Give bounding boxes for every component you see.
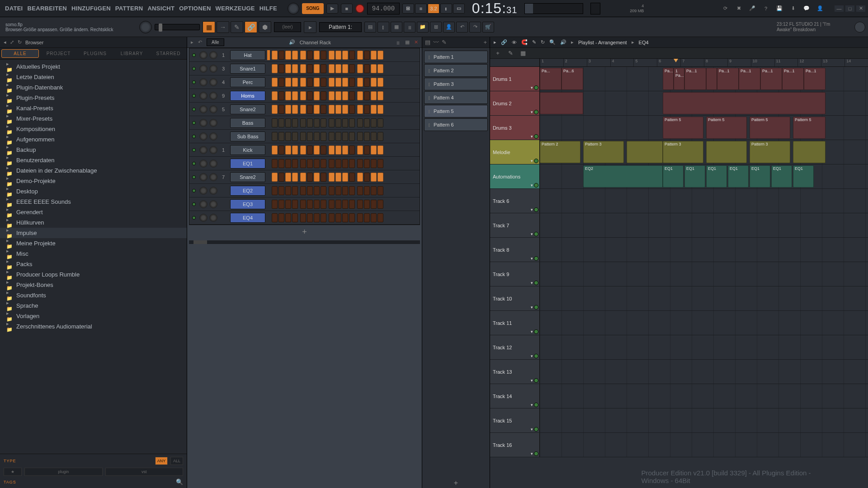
step-button[interactable]	[329, 145, 335, 155]
step-button[interactable]	[285, 64, 291, 73]
globe-icon[interactable]	[854, 22, 865, 33]
step-button[interactable]	[377, 145, 383, 155]
step-button[interactable]	[292, 105, 298, 114]
step-button[interactable]	[314, 200, 320, 209]
step-button[interactable]	[272, 78, 278, 87]
track-mute[interactable]	[534, 451, 538, 456]
step-button[interactable]	[357, 105, 363, 114]
channel-name[interactable]: Hat	[230, 50, 265, 60]
channel-name[interactable]: Perc	[230, 77, 265, 87]
step-button[interactable]	[371, 91, 377, 100]
step-button[interactable]	[272, 91, 278, 100]
view-browser[interactable]: 📁	[417, 22, 429, 33]
step-button[interactable]	[349, 51, 355, 60]
pitch-slider[interactable]	[155, 24, 200, 30]
step-button[interactable]	[285, 132, 291, 141]
step-button[interactable]	[364, 64, 370, 73]
step-button[interactable]	[285, 186, 291, 195]
track-area[interactable]	[540, 262, 868, 286]
track-area[interactable]: EQ2EQ1EQ1EQ1EQ1EQ1EQ1EQ1	[540, 164, 868, 188]
channel-pan-knob[interactable]	[199, 78, 208, 86]
step-button[interactable]	[300, 159, 306, 168]
clip[interactable]: Pattern 5	[793, 117, 826, 139]
step-button[interactable]	[292, 64, 298, 73]
pl-eye-icon[interactable]: 👁	[512, 40, 517, 45]
step-button[interactable]	[307, 213, 313, 222]
view-tempo[interactable]: 👤	[443, 22, 455, 33]
step-button[interactable]	[364, 78, 370, 87]
step-button[interactable]	[357, 213, 363, 222]
clip[interactable]: Pattern 3	[750, 141, 790, 163]
step-button[interactable]	[321, 132, 326, 141]
pattern-item[interactable]: ⫿Pattern 3	[424, 78, 488, 90]
main-volume-knob[interactable]	[288, 3, 299, 14]
browser-item[interactable]: ▸📁Kompositionen	[0, 124, 187, 134]
step-button[interactable]	[335, 200, 341, 209]
step-button[interactable]	[300, 200, 306, 209]
clip[interactable]: Pattern 5	[706, 117, 747, 139]
snap-btn-1[interactable]: ▦	[203, 21, 215, 33]
track-fold-icon[interactable]: ▾	[531, 256, 533, 261]
pattern-item[interactable]: ⫿Pattern 6	[424, 118, 488, 131]
clip[interactable]	[663, 92, 826, 114]
step-button[interactable]	[314, 213, 320, 222]
browser-item[interactable]: ▸📁Gerendert	[0, 207, 187, 217]
channel-name[interactable]: Snare2	[230, 172, 265, 182]
pattern-add-bottom[interactable]: +	[422, 478, 490, 488]
channel-name[interactable]: EQ2	[230, 186, 265, 196]
track-fold-icon[interactable]: ▾	[531, 159, 533, 163]
search-icon[interactable]: 🔍	[176, 479, 183, 485]
track-header[interactable]: Track 13▾	[490, 360, 540, 384]
clip[interactable]: Pa...1	[760, 68, 782, 90]
channel-route[interactable]: 5	[218, 107, 228, 112]
mode-btn-4[interactable]: ⫾	[440, 4, 452, 14]
channel-vol-knob[interactable]	[209, 200, 217, 208]
step-button[interactable]	[285, 78, 291, 87]
channel-pan-knob[interactable]	[199, 146, 208, 154]
step-button[interactable]	[321, 173, 326, 182]
step-button[interactable]	[357, 186, 363, 195]
track-fold-icon[interactable]: ▾	[531, 427, 533, 432]
pattern-selector[interactable]: Pattern 1:	[319, 22, 362, 32]
midi-arrow[interactable]: ▸	[304, 21, 316, 33]
track-header[interactable]: Automations▾	[490, 164, 540, 188]
channel-pan-knob[interactable]	[199, 132, 208, 141]
step-button[interactable]	[329, 159, 335, 168]
browser-item[interactable]: ▸📁Demo-Projekte	[0, 176, 187, 186]
browser-item[interactable]: ▸📁Mixer-Presets	[0, 113, 187, 124]
channel-pan-knob[interactable]	[199, 92, 208, 100]
track-area[interactable]	[540, 360, 868, 384]
step-button[interactable]	[377, 213, 383, 222]
clip[interactable]: EQ1	[663, 165, 684, 188]
step-button[interactable]	[377, 51, 383, 60]
clip[interactable]	[706, 141, 747, 163]
track-area[interactable]: Pattern 5Pattern 5Pattern 5Pattern 5	[540, 116, 868, 140]
clip[interactable]: Pa...6	[561, 68, 583, 90]
song-pat-toggle[interactable]: SONG	[302, 3, 324, 14]
browser-item[interactable]: ▸📁Projekt-Bones	[0, 280, 187, 290]
browser-item[interactable]: ▸📁Vorlagen	[0, 311, 187, 321]
chanrack-menu-icon[interactable]: ▸	[191, 39, 193, 45]
channel-vol-knob[interactable]	[209, 214, 217, 222]
pattern-item[interactable]: ⫿Pattern 5	[424, 105, 488, 117]
pl-menu-icon[interactable]: ▸	[494, 39, 496, 45]
track-header[interactable]: Track 12▾	[490, 335, 540, 359]
channel-vol-knob[interactable]	[209, 160, 217, 168]
step-button[interactable]	[371, 145, 377, 155]
step-button[interactable]	[272, 105, 278, 114]
step-button[interactable]	[357, 159, 363, 168]
step-button[interactable]	[307, 159, 313, 168]
step-button[interactable]	[321, 64, 326, 73]
vst-filter[interactable]: vst	[105, 468, 184, 476]
step-button[interactable]	[307, 91, 313, 100]
step-button[interactable]	[300, 64, 306, 73]
browser-tab-library[interactable]: LIBRARY	[113, 48, 150, 59]
step-button[interactable]	[342, 213, 348, 222]
step-button[interactable]	[292, 51, 298, 60]
channel-vol-knob[interactable]	[209, 65, 217, 73]
step-button[interactable]	[314, 64, 320, 73]
close-button[interactable]: ✕	[856, 5, 865, 12]
clip[interactable]: EQ1	[750, 165, 770, 188]
channel-pan-knob[interactable]	[199, 160, 208, 168]
browser-item[interactable]: ▸📁Hüllkurven	[0, 217, 187, 228]
